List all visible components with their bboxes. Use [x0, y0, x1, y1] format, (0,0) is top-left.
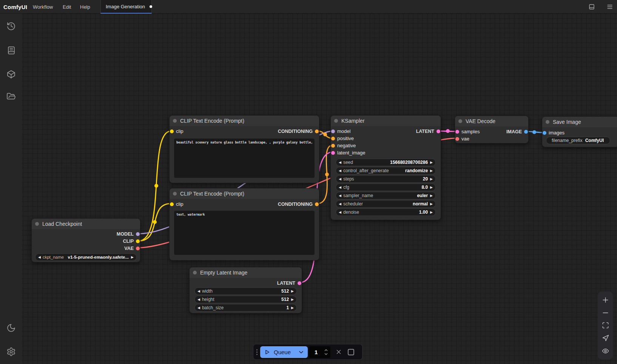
input-slot-model[interactable]: model: [331, 128, 350, 134]
decrement-arrow[interactable]: ◀: [339, 211, 341, 214]
tab-image-generation[interactable]: Image Generation: [100, 0, 152, 14]
node-graph-canvas[interactable]: Load Checkpoint MODEL CLIP VAE ◀ ckpt_na…: [0, 0, 617, 364]
widget-height[interactable]: ◀ height 512 ▶: [194, 296, 297, 303]
input-dot-images[interactable]: [543, 131, 546, 135]
input-dot-clip[interactable]: [170, 130, 174, 133]
theme-toggle-moon-icon[interactable]: [6, 323, 16, 333]
drag-handle[interactable]: [256, 349, 258, 355]
node-library-icon[interactable]: [6, 46, 16, 55]
node-ksampler[interactable]: KSampler model LATENT positive negative: [330, 115, 441, 220]
node-clip-text-encode-negative[interactable]: CLIP Text Encode (Prompt) clip CONDITION…: [169, 188, 319, 261]
widget-cfg[interactable]: ◀ cfg 8.0 ▶: [336, 184, 436, 191]
zoom-out-icon[interactable]: [602, 309, 609, 316]
toggle-visibility-icon[interactable]: [602, 347, 609, 355]
node-header[interactable]: Load Checkpoint: [32, 219, 140, 229]
prompt-text-area[interactable]: text, watermark: [174, 211, 315, 255]
node-header[interactable]: CLIP Text Encode (Prompt): [170, 116, 319, 126]
node-save-image[interactable]: Save Image images filename_prefix ComfyU…: [542, 116, 617, 147]
collapse-dot[interactable]: [193, 271, 197, 275]
node-header[interactable]: Save Image: [542, 117, 617, 127]
widget-ckpt-name[interactable]: ◀ ckpt_name v1-5-pruned-emaonly.safete..…: [35, 253, 137, 261]
decrement-arrow[interactable]: ◀: [339, 202, 341, 206]
increment-arrow[interactable]: ▶: [430, 161, 433, 164]
decrement-arrow[interactable]: ◀: [38, 256, 41, 259]
widget-denoise[interactable]: ◀ denoise 1.00 ▶: [336, 208, 436, 216]
menu-help[interactable]: Help: [80, 0, 90, 14]
node-empty-latent-image[interactable]: Empty Latent Image LATENT ◀ width 512 ▶ …: [189, 267, 302, 313]
decrement-arrow[interactable]: ◀: [339, 169, 341, 173]
select-mode-icon[interactable]: [602, 335, 609, 342]
input-dot-vae[interactable]: [455, 137, 459, 141]
node-clip-text-encode-positive[interactable]: CLIP Text Encode (Prompt) clip CONDITION…: [169, 115, 319, 183]
decrement-arrow[interactable]: ◀: [339, 161, 341, 164]
input-dot-latent-image[interactable]: [331, 151, 335, 155]
bottom-panel-icon[interactable]: [588, 3, 595, 10]
input-dot-negative[interactable]: [331, 144, 335, 148]
node-header[interactable]: KSampler: [331, 116, 441, 126]
widget-steps[interactable]: ◀ steps 20 ▶: [336, 175, 436, 183]
decrement-arrow[interactable]: ◀: [197, 298, 200, 301]
zoom-in-icon[interactable]: [602, 296, 609, 304]
decrement-arrow[interactable]: ◀: [339, 186, 341, 189]
increment-arrow[interactable]: ▶: [291, 306, 294, 310]
settings-gear-icon[interactable]: [6, 347, 16, 356]
output-dot-conditioning[interactable]: [315, 202, 319, 206]
input-dot-samples[interactable]: [455, 130, 459, 134]
output-dot-model[interactable]: [136, 232, 140, 236]
node-vae-decode[interactable]: VAE Decode samples IMAGE vae: [455, 116, 529, 143]
output-dot-latent[interactable]: [437, 130, 440, 133]
node-header[interactable]: VAE Decode: [455, 116, 528, 126]
history-icon[interactable]: [6, 22, 16, 31]
node-header[interactable]: CLIP Text Encode (Prompt): [170, 188, 319, 199]
decrement-arrow[interactable]: ◀: [339, 177, 341, 181]
node-header[interactable]: Empty Latent Image: [190, 267, 302, 278]
collapse-dot[interactable]: [546, 120, 549, 124]
widget-filename-prefix[interactable]: filename_prefix ComfyUI: [546, 137, 610, 144]
output-slot-vae[interactable]: VAE: [124, 246, 140, 251]
hamburger-menu-icon[interactable]: [606, 3, 613, 10]
input-dot-model[interactable]: [331, 130, 335, 133]
decrement-icon[interactable]: [324, 353, 328, 355]
cancel-icon[interactable]: [336, 349, 342, 355]
increment-arrow[interactable]: ▶: [291, 290, 294, 293]
input-dot-positive[interactable]: [331, 137, 335, 140]
input-slot-clip[interactable]: clip: [170, 128, 184, 134]
widget-batch-size[interactable]: ◀ batch_size 1 ▶: [194, 304, 297, 312]
widget-width[interactable]: ◀ width 512 ▶: [194, 287, 297, 295]
input-dot-clip[interactable]: [170, 202, 174, 206]
input-slot-negative[interactable]: negative: [331, 143, 356, 148]
menu-edit[interactable]: Edit: [63, 0, 71, 14]
model-library-icon[interactable]: [6, 69, 16, 79]
increment-arrow[interactable]: ▶: [430, 186, 433, 189]
decrement-arrow[interactable]: ◀: [197, 306, 200, 310]
output-dot-conditioning[interactable]: [315, 130, 319, 133]
input-slot-vae[interactable]: vae: [455, 136, 469, 142]
input-slot-latent-image[interactable]: latent_image: [331, 150, 365, 156]
increment-icon[interactable]: [324, 349, 328, 352]
collapse-dot[interactable]: [334, 119, 338, 123]
input-slot-clip[interactable]: clip: [170, 201, 184, 207]
increment-arrow[interactable]: ▶: [430, 202, 433, 206]
fit-view-icon[interactable]: [602, 322, 609, 329]
output-slot-model[interactable]: MODEL: [117, 231, 140, 237]
output-slot-conditioning[interactable]: CONDITIONING: [278, 129, 319, 134]
input-slot-images[interactable]: images: [543, 130, 565, 136]
increment-arrow[interactable]: ▶: [430, 169, 433, 173]
output-slot-image[interactable]: IMAGE: [506, 129, 528, 134]
widget-scheduler[interactable]: ◀ scheduler normal ▶: [336, 200, 436, 208]
input-slot-positive[interactable]: positive: [331, 136, 354, 141]
menu-workflow[interactable]: Workflow: [33, 0, 53, 14]
widget-seed[interactable]: ◀ seed 156680208700286 ▶: [336, 159, 436, 166]
output-dot-image[interactable]: [524, 130, 528, 134]
increment-arrow[interactable]: ▶: [430, 177, 433, 181]
node-load-checkpoint[interactable]: Load Checkpoint MODEL CLIP VAE ◀ ckpt_na…: [31, 218, 140, 262]
batch-count-input[interactable]: 1: [309, 346, 330, 358]
output-dot-latent[interactable]: [298, 281, 301, 285]
increment-arrow[interactable]: ▶: [430, 194, 433, 197]
prompt-text-area[interactable]: beautiful scenery nature glass bottle la…: [174, 139, 315, 178]
output-slot-conditioning[interactable]: CONDITIONING: [278, 202, 319, 207]
collapse-dot[interactable]: [173, 192, 177, 196]
output-slot-latent[interactable]: LATENT: [416, 129, 440, 134]
input-slot-samples[interactable]: samples: [455, 129, 480, 134]
increment-arrow[interactable]: ▶: [291, 298, 294, 301]
